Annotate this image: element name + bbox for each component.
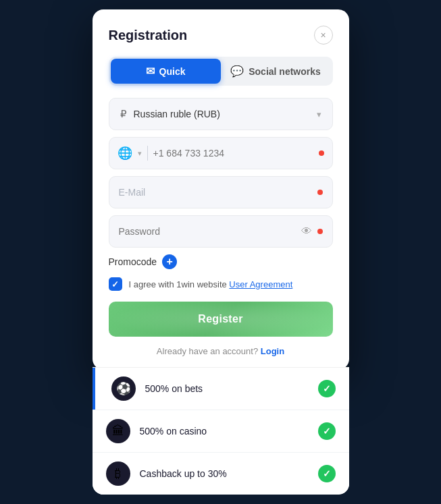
email-field-container[interactable] (109, 176, 333, 208)
login-link[interactable]: Login (261, 346, 284, 356)
cashback-bonus-text: Cashback up to 30% (140, 468, 318, 479)
bonus-item-bets: ⚽ 500% on bets ✓ (93, 368, 349, 410)
close-button[interactable]: × (314, 26, 333, 45)
tab-bar: ✉ Quick 💬 Social networks (109, 57, 333, 86)
phone-divider (147, 146, 148, 161)
bets-check-icon: ✓ (318, 380, 336, 397)
casino-check-icon: ✓ (318, 422, 336, 440)
phone-group: 🌐 ▾ (109, 137, 333, 169)
password-field-container[interactable]: 👁 (109, 215, 333, 248)
chat-icon: 💬 (230, 65, 244, 78)
currency-value: Russian ruble (RUB) (134, 109, 220, 119)
modal-wrapper: Registration × ✉ Quick 💬 Social networks… (93, 9, 349, 495)
flag-icon: 🌐 (118, 146, 132, 161)
already-account-text: Already have an account? (157, 346, 258, 356)
currency-select[interactable]: ₽ Russian ruble (RUB) ▾ (109, 98, 333, 130)
login-row: Already have an account? Login (109, 346, 333, 356)
email-input[interactable] (119, 187, 312, 198)
promocode-add-button[interactable]: + (162, 254, 177, 269)
casino-bonus-text: 500% on casino (140, 426, 318, 437)
phone-input[interactable] (153, 148, 313, 159)
promocode-label: Promocode (109, 256, 157, 267)
bonus-item-cashback: ₿ Cashback up to 30% ✓ (93, 453, 349, 495)
modal-header: Registration × (109, 26, 333, 45)
tab-social[interactable]: 💬 Social networks (221, 59, 331, 84)
currency-group: ₽ Russian ruble (RUB) ▾ (109, 98, 333, 130)
promocode-row: Promocode + (109, 254, 333, 269)
checkmark-icon: ✓ (111, 279, 119, 289)
bets-icon: ⚽ (111, 376, 136, 401)
bonus-item-casino: 🏛 500% on casino ✓ (93, 410, 349, 453)
register-button[interactable]: Register (109, 302, 333, 337)
email-icon: ✉ (146, 65, 155, 78)
password-group: 👁 (109, 215, 333, 248)
user-agreement-link[interactable]: User Agreement (229, 279, 292, 289)
registration-modal: Registration × ✉ Quick 💬 Social networks… (93, 9, 349, 370)
agreement-row: ✓ I agree with 1win website User Agreeme… (109, 277, 333, 291)
modal-title: Registration (109, 28, 188, 43)
agreement-text-before: I agree with 1win website (129, 279, 230, 289)
bonus-cards: ⚽ 500% on bets ✓ 🏛 500% on casino ✓ ₿ Ca… (93, 367, 349, 495)
email-group (109, 176, 333, 208)
ruble-icon: ₽ (120, 108, 127, 120)
tab-quick-label: Quick (159, 66, 186, 77)
tab-quick[interactable]: ✉ Quick (111, 59, 221, 84)
eye-icon[interactable]: 👁 (301, 225, 312, 237)
phone-required-dot (319, 150, 324, 156)
email-required-dot (317, 190, 323, 195)
chevron-down-icon: ▾ (317, 109, 321, 119)
phone-field[interactable]: 🌐 ▾ (109, 137, 333, 169)
flag-chevron-icon: ▾ (138, 149, 142, 158)
agreement-text: I agree with 1win website User Agreement (129, 279, 293, 289)
password-input[interactable] (119, 226, 296, 237)
agreement-checkbox[interactable]: ✓ (109, 277, 122, 291)
cashback-check-icon: ✓ (318, 465, 336, 482)
left-accent (93, 368, 95, 410)
bets-bonus-text: 500% on bets (145, 383, 318, 394)
password-required-dot (317, 229, 323, 234)
cashback-icon: ₿ (106, 461, 130, 486)
tab-social-label: Social networks (249, 66, 321, 77)
casino-icon: 🏛 (106, 419, 130, 443)
